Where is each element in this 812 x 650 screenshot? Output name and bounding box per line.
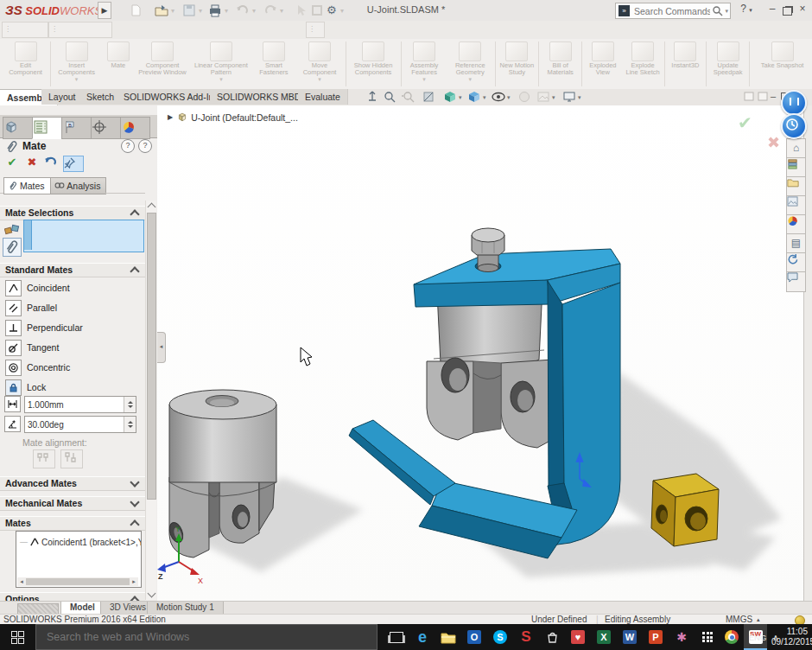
word-icon[interactable]: W xyxy=(619,624,641,650)
search-icon[interactable] xyxy=(712,5,723,16)
zoom-fit-icon[interactable] xyxy=(365,90,380,104)
taskbar-search[interactable] xyxy=(35,624,377,650)
propertymanager-tab[interactable] xyxy=(32,117,62,139)
mate-selections-header[interactable]: Mate Selections xyxy=(0,206,145,220)
language-indicator[interactable]: ENG xyxy=(746,624,769,650)
search-commands-input[interactable] xyxy=(632,5,712,17)
take-snapshot-button[interactable]: Take Snapshot xyxy=(751,39,812,89)
confirm-cancel-icon[interactable]: ✖ xyxy=(767,133,780,152)
instant3d-button[interactable]: Instant3D xyxy=(666,39,705,89)
recording-timer-button[interactable] xyxy=(781,113,807,139)
angle-field[interactable] xyxy=(24,416,136,433)
mates-list-hscrollbar[interactable]: ◂ ▸ xyxy=(17,577,138,586)
cancel-button[interactable]: ✖ xyxy=(23,156,41,169)
mate-button[interactable]: Mate xyxy=(101,39,135,89)
taskbar-clock[interactable]: 11:05 09/12/2015 xyxy=(771,627,808,647)
assembly-features-button[interactable]: Assembly Features▾ xyxy=(403,39,447,89)
skype-icon[interactable]: S xyxy=(489,624,511,650)
breadcrumb[interactable]: ▶ U-Joint (Default:Default_... xyxy=(168,112,298,123)
taskpane-file-explorer-tab[interactable] xyxy=(786,176,806,197)
doc-next-window-icon[interactable] xyxy=(755,90,771,104)
update-speedpak-button[interactable]: Update Speedpak xyxy=(707,39,748,89)
previous-view-icon[interactable] xyxy=(401,90,416,104)
pin-button[interactable] xyxy=(63,156,84,172)
taskpane-design-library-tab[interactable] xyxy=(786,157,806,178)
bill-of-materials-button[interactable]: Bill of Materials xyxy=(540,39,580,89)
start-button[interactable] xyxy=(0,624,35,650)
tab-motion-study-1[interactable]: Motion Study 1 xyxy=(147,602,224,615)
multiple-mate-mode-button[interactable] xyxy=(3,238,22,257)
taskpane-chat-tab[interactable] xyxy=(786,271,806,292)
panel-scrollbar[interactable] xyxy=(145,201,156,600)
part-yoke-top[interactable] xyxy=(427,287,556,448)
taskpane-view-palette-tab[interactable] xyxy=(786,195,806,216)
apply-scene-icon[interactable] xyxy=(536,90,551,104)
mates-list-item[interactable]: — Coincident1 (bracket<1>,Yok xyxy=(16,532,141,547)
window-restore-button[interactable] xyxy=(780,5,794,16)
subtab-analysis[interactable]: Analysis xyxy=(50,177,106,194)
displaymanager-tab[interactable] xyxy=(120,117,150,139)
hide-show-items-icon[interactable] xyxy=(491,90,506,104)
standard-mates-header[interactable]: Standard Mates xyxy=(0,263,145,277)
tab-evaluate[interactable]: Evaluate xyxy=(298,89,348,105)
angle-spinner[interactable] xyxy=(124,417,136,432)
mate-type-parallel[interactable]: Parallel xyxy=(5,299,57,316)
file-explorer-icon[interactable] xyxy=(437,624,460,650)
powerpoint-icon[interactable]: P xyxy=(644,624,667,650)
outlook-icon[interactable]: O xyxy=(463,624,485,650)
graphics-viewport[interactable]: Y Z X ▶ U-Joint (Default:Default_... ✔ ✖… xyxy=(157,105,803,601)
task-view-button[interactable] xyxy=(385,624,408,650)
angle-input[interactable] xyxy=(25,417,124,432)
mates-list-box[interactable]: — Coincident1 (bracket<1>,Yok ◂ ▸ xyxy=(16,531,142,588)
component-preview-window-button[interactable]: Component Preview Window xyxy=(136,39,190,89)
excel-icon[interactable]: X xyxy=(593,624,615,650)
aligned-button[interactable] xyxy=(33,449,55,468)
view-settings-icon[interactable] xyxy=(561,90,577,104)
linear-component-pattern-button[interactable]: Linear Component Pattern▾ xyxy=(190,39,253,89)
anti-aligned-button[interactable] xyxy=(60,449,83,468)
mate-type-lock[interactable]: Lock xyxy=(5,379,46,396)
scroll-down-icon[interactable] xyxy=(148,589,156,598)
mates-list-header[interactable]: Mates xyxy=(0,516,145,531)
taskpane-forum-tab[interactable] xyxy=(786,252,806,273)
tab-layout[interactable]: Layout xyxy=(41,89,84,105)
help-icon[interactable]: ? xyxy=(138,139,152,153)
tab-model[interactable]: Model xyxy=(60,602,105,615)
show-hidden-components-button[interactable]: Show Hidden Components xyxy=(347,39,400,89)
distance-input[interactable] xyxy=(25,397,124,412)
ok-button[interactable]: ✔ xyxy=(3,156,21,169)
whats-new-help-icon[interactable]: ? xyxy=(121,139,135,153)
mate-type-concentric[interactable]: Concentric xyxy=(5,359,70,376)
heart-app-icon[interactable]: ♥ xyxy=(567,624,589,650)
edit-component-button[interactable]: Edit Component xyxy=(2,39,49,89)
taskpane-custom-properties-tab[interactable]: ▤ xyxy=(786,233,806,254)
subtab-mates[interactable]: Mates xyxy=(3,177,51,194)
taskpane-home-tab[interactable]: ⌂ xyxy=(786,138,806,159)
chrome-icon[interactable] xyxy=(720,624,743,650)
command-search[interactable]: » ▾ xyxy=(615,3,731,19)
assembly-3d-view[interactable]: Y Z X xyxy=(157,105,803,601)
edit-appearance-icon[interactable] xyxy=(517,90,532,104)
tree-expand-icon[interactable]: ▶ xyxy=(168,113,173,121)
search-caret-icon[interactable]: ▾ xyxy=(723,8,730,15)
advanced-mates-header[interactable]: Advanced Mates xyxy=(0,476,145,491)
taskpane-appearances-tab[interactable] xyxy=(786,214,806,235)
help-button[interactable]: ? ▾ xyxy=(739,3,753,15)
mate-selection-box[interactable] xyxy=(23,220,144,252)
mate-type-tangent[interactable]: Tangent xyxy=(5,339,59,356)
tab-solidworks-mbd[interactable]: SOLIDWORKS MBD xyxy=(210,89,308,105)
featuremanager-tab[interactable] xyxy=(3,117,33,139)
edge-icon[interactable]: e xyxy=(411,624,434,650)
window-minimize-button[interactable]: – xyxy=(765,3,779,15)
view-orientation-icon[interactable] xyxy=(466,90,482,104)
app-grid-icon[interactable] xyxy=(696,624,719,650)
smart-fasteners-button[interactable]: Smart Fasteners xyxy=(252,39,295,89)
panel-splitter-handle[interactable]: ◂ xyxy=(157,332,166,363)
move-component-button[interactable]: Move Component▾ xyxy=(295,39,345,89)
mate-type-perpendicular[interactable]: Perpendicular xyxy=(5,319,83,336)
distance-spinner[interactable] xyxy=(124,397,136,412)
part-block-yellow[interactable] xyxy=(651,474,719,546)
skype-business-icon[interactable]: S xyxy=(515,624,537,650)
exploded-view-button[interactable]: Exploded View xyxy=(583,39,622,89)
insert-components-button[interactable]: Insert Components▾ xyxy=(52,39,101,89)
